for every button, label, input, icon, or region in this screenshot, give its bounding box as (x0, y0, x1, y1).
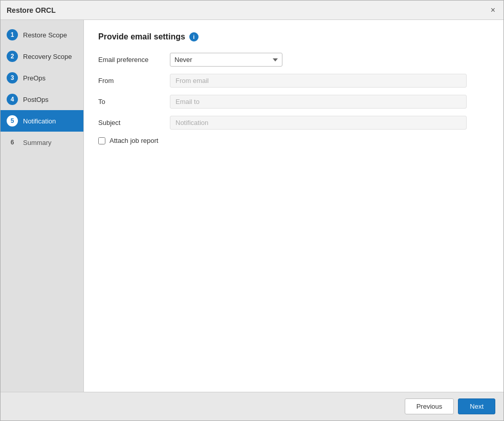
sidebar-label-6: Summary (23, 139, 52, 146)
subject-row: Subject (98, 116, 489, 130)
previous-button[interactable]: Previous (405, 398, 454, 414)
subject-control (170, 116, 467, 130)
dialog-body: 1 Restore Scope 2 Recovery Scope 3 PreOp… (1, 20, 503, 392)
attach-report-label[interactable]: Attach job report (109, 137, 158, 144)
step-badge-3: 3 (7, 72, 18, 83)
attach-report-row: Attach job report (98, 137, 489, 144)
attach-report-checkbox[interactable] (98, 137, 105, 144)
subject-input[interactable] (170, 116, 467, 130)
to-label: To (98, 98, 170, 106)
step-badge-2: 2 (7, 51, 18, 62)
sidebar-item-notification[interactable]: 5 Notification (1, 110, 83, 132)
from-control (170, 74, 467, 88)
sidebar-label-5: Notification (23, 117, 56, 125)
from-label: From (98, 77, 170, 85)
email-preference-row: Email preference Never On Failure Always (98, 53, 489, 67)
dialog-footer: Previous Next (1, 392, 503, 420)
section-title: Provide email settings i (98, 32, 489, 41)
sidebar-label-1: Restore Scope (23, 31, 67, 39)
to-input[interactable] (170, 95, 467, 109)
from-input[interactable] (170, 74, 467, 88)
step-badge-1: 1 (7, 29, 18, 40)
info-icon[interactable]: i (189, 32, 199, 41)
sidebar-label-4: PostOps (23, 96, 49, 103)
dialog-titlebar: Restore ORCL × (1, 1, 503, 20)
step-badge-4: 4 (7, 94, 18, 105)
sidebar-item-summary[interactable]: 6 Summary (1, 132, 83, 153)
email-preference-label: Email preference (98, 56, 170, 64)
subject-label: Subject (98, 119, 170, 127)
sidebar-item-postops[interactable]: 4 PostOps (1, 89, 83, 110)
sidebar-item-preops[interactable]: 3 PreOps (1, 67, 83, 89)
email-preference-select[interactable]: Never On Failure Always (170, 53, 282, 67)
step-badge-5: 5 (7, 115, 18, 127)
email-preference-control: Never On Failure Always (170, 53, 467, 67)
from-row: From (98, 74, 489, 88)
next-button[interactable]: Next (458, 398, 495, 414)
sidebar-label-2: Recovery Scope (23, 53, 72, 60)
main-content: Provide email settings i Email preferenc… (84, 20, 503, 392)
sidebar-label-3: PreOps (23, 74, 46, 82)
to-row: To (98, 95, 489, 109)
restore-dialog: Restore ORCL × 1 Restore Scope 2 Recover… (0, 0, 504, 421)
sidebar-item-restore-scope[interactable]: 1 Restore Scope (1, 24, 83, 46)
sidebar: 1 Restore Scope 2 Recovery Scope 3 PreOp… (1, 20, 84, 392)
to-control (170, 95, 467, 109)
close-button[interactable]: × (489, 5, 497, 15)
dialog-title: Restore ORCL (7, 6, 56, 14)
sidebar-item-recovery-scope[interactable]: 2 Recovery Scope (1, 46, 83, 67)
step-badge-6: 6 (7, 137, 18, 148)
